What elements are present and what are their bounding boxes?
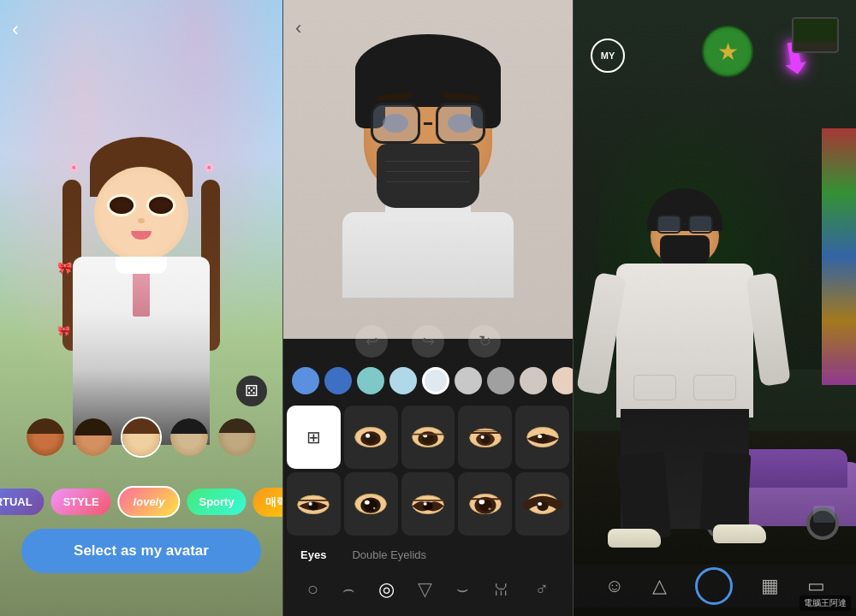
left-iris: [383, 114, 408, 133]
eye-icon-4: [521, 424, 564, 450]
svg-point-34: [479, 500, 484, 505]
color-swatch-0[interactable]: [292, 367, 319, 394]
nose-icon[interactable]: ▽: [418, 578, 432, 601]
eye-filter-button[interactable]: ⊞: [287, 406, 341, 469]
triangle-toolbar-icon[interactable]: △: [652, 575, 667, 597]
svg-point-25: [365, 500, 370, 505]
eye-option-5[interactable]: [287, 472, 341, 536]
color-swatch-1[interactable]: [324, 367, 352, 394]
boy2-left-shoe: [608, 529, 661, 548]
boy-avatar-scene: [599, 188, 770, 548]
color-swatch-3[interactable]: [389, 367, 417, 394]
tab-eyes[interactable]: Eyes: [300, 548, 326, 561]
avatar-thumb-3-selected[interactable]: [121, 417, 162, 458]
boy2-hoodie: [616, 264, 753, 418]
redo-button[interactable]: ↪: [412, 325, 444, 358]
tab-double-eyelids[interactable]: Double Eyelids: [352, 548, 426, 561]
boy2-glasses: [653, 214, 716, 234]
eyebrow-icon[interactable]: ⌢: [342, 578, 354, 601]
face-mask: [377, 144, 479, 208]
hair-clip1: 🌸: [68, 163, 79, 172]
panel-toolbar-icon[interactable]: ▭: [807, 575, 825, 597]
refresh-button[interactable]: ↻: [468, 325, 501, 358]
body-icon[interactable]: ♂: [535, 578, 550, 601]
eye-option-1[interactable]: [344, 406, 398, 469]
face: [94, 167, 188, 261]
avatar-thumbnail-row: [25, 417, 258, 458]
glasses: [365, 101, 491, 145]
svg-point-20: [309, 502, 312, 506]
body-part-icons: ○ ⌢ ◎ ▽ ⌣ ꈍ ♂: [283, 570, 573, 609]
undo-button[interactable]: ↩: [355, 325, 388, 358]
nose: [138, 218, 145, 223]
tag-extra[interactable]: 매력적: [253, 488, 282, 517]
color-swatch-7[interactable]: [520, 367, 547, 394]
left-eye: [110, 197, 134, 214]
eye-icon-9: [521, 491, 564, 517]
panel-avatar-scene: MY ★ ⬇: [574, 0, 856, 616]
tv-screen: [794, 19, 837, 42]
hoodie-body: [342, 212, 514, 298]
emoji-toolbar-icon[interactable]: ☺: [604, 575, 623, 597]
my-badge[interactable]: MY: [591, 38, 625, 73]
avatar-thumb-1[interactable]: [25, 417, 66, 458]
eye-icon-5: [292, 491, 335, 517]
avatar-thumb-4[interactable]: [169, 417, 210, 458]
eye-option-6[interactable]: [344, 472, 398, 536]
panel-avatar-customization: ‹: [282, 0, 574, 616]
svg-point-17: [538, 435, 542, 438]
undo-redo-toolbar: ↩ ↪ ↻: [355, 325, 501, 358]
eye-icon-1: [349, 424, 392, 450]
boy2-right-shoe: [713, 524, 766, 543]
avatar-thumb-5[interactable]: [217, 417, 258, 458]
color-swatch-5[interactable]: [455, 367, 482, 394]
mask-line1: [385, 161, 471, 162]
ear-icon[interactable]: ꈍ: [492, 578, 511, 601]
eye-option-7[interactable]: [401, 472, 455, 536]
select-avatar-button[interactable]: Select as my avatar: [21, 529, 261, 573]
boy2-bridge: [683, 223, 687, 225]
avatar-thumb-2[interactable]: [73, 417, 114, 458]
eye-option-2[interactable]: [401, 406, 455, 469]
color-swatch-8[interactable]: [552, 367, 573, 394]
dice-button[interactable]: ⚄: [236, 376, 267, 406]
tv-monitor: [792, 17, 839, 53]
tag-sporty[interactable]: Sporty: [187, 489, 246, 515]
eye-option-9[interactable]: [515, 472, 569, 536]
eye-option-8[interactable]: [458, 472, 512, 536]
eye-option-4[interactable]: [515, 406, 569, 469]
back-button-panel2[interactable]: ‹: [295, 17, 301, 39]
color-swatch-6[interactable]: [487, 367, 514, 394]
boy2-head: [646, 188, 723, 270]
boy2-right-leg: [700, 453, 752, 532]
eye-options-grid: ⊞: [283, 402, 573, 539]
tag-virtual[interactable]: VIRTUAL: [0, 489, 45, 515]
eye-tabs-row: Eyes Double Eyelids: [283, 539, 573, 570]
smiley-icon: ☺: [604, 575, 623, 596]
tag-style[interactable]: STYLE: [51, 489, 111, 515]
eye-icon-7: [407, 491, 449, 517]
svg-point-35: [488, 508, 490, 511]
face-shape-icon[interactable]: ○: [307, 578, 318, 601]
green-star-badge[interactable]: ★: [702, 26, 753, 77]
right-glass-lens: [436, 103, 485, 144]
main-toolbar-button[interactable]: [695, 567, 733, 605]
color-swatch-4[interactable]: [422, 367, 449, 394]
eye-option-3[interactable]: [458, 406, 512, 469]
eye-icon[interactable]: ◎: [378, 578, 395, 601]
back-button-panel1[interactable]: ‹: [12, 17, 19, 41]
mouth-icon[interactable]: ⌣: [456, 578, 468, 601]
collar: [116, 257, 167, 274]
car-window-right: [813, 506, 835, 523]
grid-toolbar-icon[interactable]: ▦: [761, 575, 779, 597]
boy2-right-lens: [688, 215, 713, 234]
star-icon: ★: [717, 38, 739, 66]
color-swatch-2[interactable]: [357, 367, 384, 394]
panels-icon: ▭: [807, 575, 825, 596]
tag-lovely[interactable]: lovely: [118, 486, 181, 518]
dice-icon: ⚄: [245, 382, 259, 400]
hoodie-pocket-r: [693, 375, 736, 400]
boy2-left-leg: [617, 452, 672, 541]
eye-icon-6: [349, 491, 392, 517]
boy2-left-lens: [657, 215, 681, 234]
